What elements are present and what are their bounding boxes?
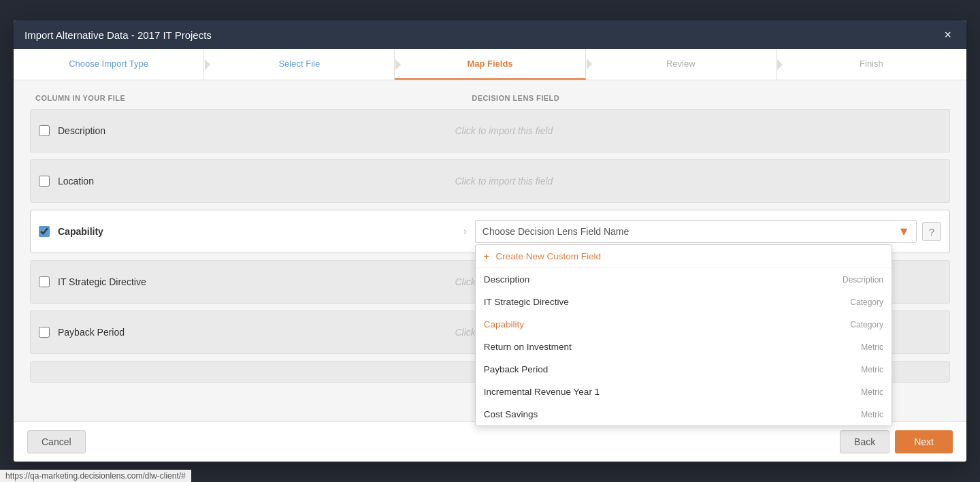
step-review[interactable]: Review <box>586 49 777 80</box>
modal-footer: Cancel Back Next <box>14 421 966 462</box>
step-select-file[interactable]: Select File <box>204 49 395 80</box>
item-type: Metric <box>861 365 883 374</box>
plus-icon: + <box>484 251 489 261</box>
item-type: Category <box>850 320 883 330</box>
status-bar: https://qa-marketing.decisionlens.com/dl… <box>0 470 191 482</box>
step-label: Review <box>666 59 696 69</box>
item-type: Metric <box>861 410 883 419</box>
location-checkbox[interactable] <box>39 176 50 187</box>
stepper: Choose Import Type Select File Map Field… <box>14 49 966 80</box>
field-row-location[interactable]: Location Click to import this field <box>30 159 950 203</box>
dropdown-menu: + Create New Custom Field Description De… <box>475 244 892 426</box>
description-field-name: Description <box>58 125 455 136</box>
modal-title: Import Alternative Data - 2017 IT Projec… <box>24 29 212 41</box>
payback-period-checkbox[interactable] <box>39 327 50 338</box>
create-new-custom-field[interactable]: + Create New Custom Field <box>476 245 892 268</box>
column-in-file-header: COLUMN IN YOUR FILE <box>35 94 472 102</box>
it-strategic-directive-checkbox[interactable] <box>39 276 50 287</box>
status-url: https://qa-marketing.decisionlens.com/dl… <box>5 471 186 481</box>
step-choose-import-type[interactable]: Choose Import Type <box>14 49 204 80</box>
field-row-description[interactable]: Description Click to import this field <box>30 109 950 152</box>
modal: Import Alternative Data - 2017 IT Projec… <box>14 20 966 462</box>
location-field-name: Location <box>58 176 455 187</box>
location-mapping: Click to import this field <box>455 176 941 187</box>
dropdown-item-payback-period[interactable]: Payback Period Metric <box>476 358 892 381</box>
next-button[interactable]: Next <box>895 430 953 453</box>
dropdown-item-return-on-investment[interactable]: Return on Investment Metric <box>476 336 892 358</box>
capability-field-name: Capability <box>58 226 455 237</box>
item-label: Return on Investment <box>484 342 572 352</box>
item-type: Metric <box>861 387 883 397</box>
create-new-label: Create New Custom Field <box>495 251 601 261</box>
it-strategic-directive-field-name: IT Strategic Directive <box>58 276 455 287</box>
step-label: Select File <box>278 59 320 69</box>
decision-lens-field-header: DECISION LENS FIELD <box>472 94 945 102</box>
step-label: Choose Import Type <box>69 59 148 69</box>
field-row-capability[interactable]: Capability › Choose Decision Lens Field … <box>30 210 950 253</box>
description-checkbox[interactable] <box>39 125 50 136</box>
column-headers: COLUMN IN YOUR FILE DECISION LENS FIELD <box>30 94 950 102</box>
item-type: Description <box>843 275 883 285</box>
modal-overlay: Import Alternative Data - 2017 IT Projec… <box>0 0 980 482</box>
close-button[interactable]: × <box>940 27 956 42</box>
back-button[interactable]: Back <box>840 430 889 453</box>
field-mapping-dropdown[interactable]: Choose Decision Lens Field Name <box>475 220 917 243</box>
item-label: Payback Period <box>484 364 549 374</box>
footer-right: Back Next <box>840 430 953 453</box>
item-type: Category <box>850 298 883 307</box>
payback-period-field-name: Payback Period <box>58 327 455 338</box>
help-button[interactable]: ? <box>922 222 941 241</box>
dropdown-item-it-strategic-directive[interactable]: IT Strategic Directive Category <box>476 291 892 313</box>
dropdown-wrapper: Choose Decision Lens Field Name ▼ + Crea… <box>475 220 941 243</box>
capability-checkbox[interactable] <box>39 226 50 237</box>
step-label: Map Fields <box>467 59 512 69</box>
step-finish[interactable]: Finish <box>777 49 966 80</box>
item-label: Description <box>484 274 530 285</box>
cancel-button[interactable]: Cancel <box>27 430 86 453</box>
item-type: Metric <box>861 342 883 352</box>
arrow-icon: › <box>463 225 466 238</box>
item-label: IT Strategic Directive <box>484 297 569 307</box>
modal-body: COLUMN IN YOUR FILE DECISION LENS FIELD … <box>14 80 966 462</box>
dropdown-item-cost-savings[interactable]: Cost Savings Metric <box>476 403 892 425</box>
step-map-fields[interactable]: Map Fields <box>395 49 585 80</box>
description-mapping: Click to import this field <box>455 125 941 136</box>
item-label: Capability <box>484 319 524 330</box>
item-label: Incremental Revenue Year 1 <box>484 387 600 397</box>
dropdown-item-incremental-revenue[interactable]: Incremental Revenue Year 1 Metric <box>476 381 892 403</box>
modal-header: Import Alternative Data - 2017 IT Projec… <box>14 20 966 49</box>
dropdown-item-capability[interactable]: Capability Category <box>476 313 892 336</box>
item-label: Cost Savings <box>484 409 538 419</box>
step-label: Finish <box>860 59 883 69</box>
dropdown-placeholder: Choose Decision Lens Field Name <box>483 226 630 237</box>
dropdown-item-description[interactable]: Description Description <box>476 268 892 291</box>
